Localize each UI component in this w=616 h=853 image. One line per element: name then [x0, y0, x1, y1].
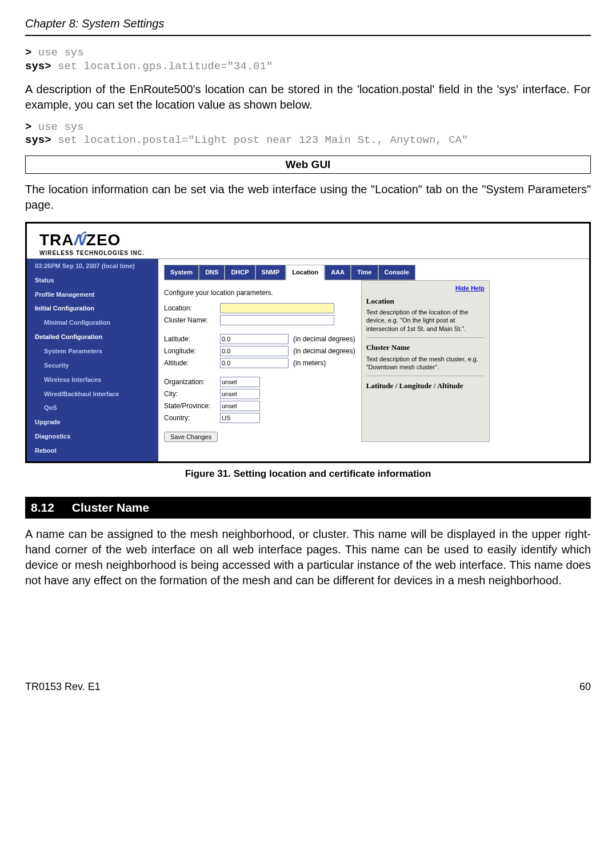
cli-gt: > — [25, 46, 31, 59]
state-input[interactable] — [220, 401, 260, 411]
cluster-label: Cluster Name: — [164, 316, 220, 325]
tab-dns[interactable]: DNS — [199, 265, 225, 280]
brand-logo: TRA NZEO — [39, 229, 121, 251]
tab-aaa[interactable]: AAA — [325, 265, 351, 280]
sidebar-item-security[interactable]: Security — [27, 358, 158, 373]
country-input[interactable] — [220, 413, 260, 423]
footer-doc-id: TR0153 Rev. E1 — [25, 680, 101, 693]
sidebar-item-upgrade[interactable]: Upgrade — [27, 415, 158, 429]
sidebar-item-status[interactable]: Status — [27, 273, 158, 288]
sidebar-item-qos[interactable]: QoS — [27, 401, 158, 415]
lat-hint: (in decimal degrees) — [293, 334, 355, 344]
section-heading-bar: 8.12 Cluster Name — [25, 497, 591, 519]
chapter-header: Chapter 8: System Settings — [25, 16, 591, 36]
cluster-input[interactable] — [220, 315, 334, 325]
tab-snmp[interactable]: SNMP — [255, 265, 286, 280]
altitude-input[interactable] — [220, 358, 289, 368]
brand-text-post: ZEO — [86, 229, 121, 251]
altitude-label: Altitude: — [164, 358, 220, 368]
help-heading-latlon: Latitude / Longitude / Altitude — [366, 381, 485, 391]
org-label: Organization: — [164, 377, 220, 386]
sidebar-nav: 03:26PM Sep 10, 2007 (local time) Status… — [27, 259, 158, 461]
help-divider — [366, 376, 485, 376]
location-label: Location: — [164, 304, 220, 313]
help-text-cluster: Text description of the mesh cluster, e.… — [366, 355, 485, 372]
tab-console[interactable]: Console — [378, 265, 415, 280]
help-divider — [366, 337, 485, 338]
latitude-label: Latitude: — [164, 334, 220, 344]
cli-block-1: > use sys — [25, 46, 591, 60]
tab-location[interactable]: Location — [286, 265, 325, 280]
save-changes-button[interactable]: Save Changes — [164, 432, 218, 442]
state-label: State/Province: — [164, 401, 220, 410]
sidebar-item-wireless[interactable]: Wireless Interfaces — [27, 373, 158, 387]
sidebar-heading-initial: Initial Configuration — [27, 301, 158, 316]
section-title: Cluster Name — [72, 501, 149, 514]
sidebar-item-minimal[interactable]: Minimal Configuration — [27, 316, 158, 330]
latitude-input[interactable] — [220, 334, 289, 344]
cli-prompt: sys> — [25, 134, 51, 146]
longitude-label: Longitude: — [164, 346, 220, 356]
brand-tagline: WIRELESS TECHNOLOGIES INC. — [39, 249, 589, 257]
help-text-location: Text description of the location of the … — [366, 308, 485, 333]
lon-hint: (in decimal degrees) — [293, 346, 355, 356]
help-heading-cluster: Cluster Name — [366, 342, 485, 353]
cli-cmd: set location.gps.latitude="34.01" — [58, 60, 273, 73]
sidebar-time: 03:26PM Sep 10, 2007 (local time) — [27, 259, 158, 273]
tabs-row: System DNS DHCP SNMP Location AAA Time C… — [164, 265, 589, 280]
section-number: 8.12 — [31, 500, 69, 516]
help-heading-location: Location — [366, 296, 485, 306]
cli-use: use sys — [38, 46, 84, 59]
brand-text-pre: TRA — [39, 229, 74, 251]
longitude-input[interactable] — [220, 346, 289, 356]
para-cluster-name: A name can be assigned to the mesh neigh… — [25, 527, 591, 588]
tab-time[interactable]: Time — [351, 265, 378, 280]
para-webgui: The location information can be set via … — [25, 182, 591, 213]
cli-cmd: set location.postal="Light post near 123… — [58, 134, 468, 146]
city-label: City: — [164, 389, 220, 398]
sidebar-item-wired[interactable]: Wired/Backhaul Interface — [27, 387, 158, 401]
sidebar-item-profile[interactable]: Profile Management — [27, 288, 158, 302]
sidebar-item-reboot[interactable]: Reboot — [27, 444, 158, 458]
cli-use: use sys — [38, 121, 84, 133]
config-desc: Configure your location parameters. — [164, 288, 355, 297]
city-input[interactable] — [220, 389, 260, 399]
alt-hint: (in meters) — [293, 358, 326, 368]
help-panel: Hide Help Location Text description of t… — [361, 280, 490, 442]
brand-header: TRA NZEO WIRELESS TECHNOLOGIES INC. — [27, 224, 589, 258]
tab-dhcp[interactable]: DHCP — [225, 265, 255, 280]
footer-page-number: 60 — [579, 680, 591, 693]
main-panel: System DNS DHCP SNMP Location AAA Time C… — [158, 259, 589, 461]
sidebar-heading-detailed: Detailed Configuration — [27, 330, 158, 344]
tab-system[interactable]: System — [164, 265, 199, 280]
cli-block-1b: sys> set location.gps.latitude="34.01" — [25, 60, 591, 74]
para-location-postal: A description of the EnRoute500's locati… — [25, 82, 591, 113]
form-area: Configure your location parameters. Loca… — [164, 280, 355, 442]
screenshot-figure: TRA NZEO WIRELESS TECHNOLOGIES INC. 03:2… — [25, 222, 591, 463]
org-input[interactable] — [220, 377, 260, 387]
country-label: Country: — [164, 413, 220, 422]
sidebar-item-diagnostics[interactable]: Diagnostics — [27, 429, 158, 444]
sidebar-item-sysparams[interactable]: System Parameters — [27, 344, 158, 358]
cli-gt: > — [25, 121, 31, 133]
cli-block-2: > use sys — [25, 121, 591, 134]
cli-prompt: sys> — [25, 60, 51, 73]
figure-caption: Figure 31. Setting location and certific… — [25, 468, 591, 481]
web-gui-heading: Web GUI — [25, 156, 591, 174]
location-input[interactable] — [220, 303, 334, 313]
hide-help-link[interactable]: Hide Help — [366, 284, 485, 293]
cli-block-2b: sys> set location.postal="Light post nea… — [25, 134, 591, 148]
page-footer: TR0153 Rev. E1 60 — [25, 680, 591, 693]
